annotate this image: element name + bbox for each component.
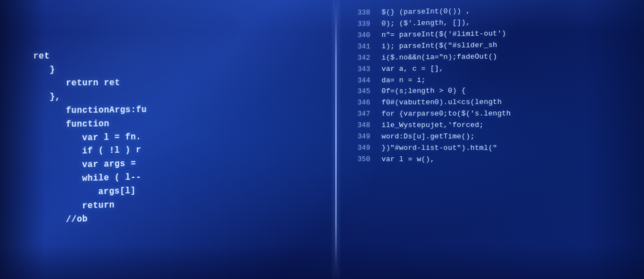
right-code-line: 349word:Ds[u].getTime(); — [357, 131, 644, 143]
line-number: 347 — [357, 109, 377, 120]
line-code-text: })"#word-list-out").html(" — [381, 143, 497, 155]
code-screen: ret}return ret},functionArgs:fufunctionv… — [0, 0, 644, 279]
line-code-text: ile_Wystepujet,'forced; — [381, 120, 484, 132]
line-code-text: for {varparse0;to($('s.length — [381, 108, 511, 120]
line-number: 339 — [357, 18, 377, 30]
line-number: 342 — [357, 52, 377, 64]
line-code-text: 0); ($'.length, []), — [381, 17, 470, 30]
line-code-text: 0f=(s;length > 0) { — [381, 86, 466, 98]
line-number: 341 — [357, 41, 377, 52]
left-code-panel: ret}return ret},functionArgs:fufunctionv… — [0, 0, 330, 279]
panel-divider — [335, 0, 337, 279]
right-code-panel: 338$(} (parseInt(0()) ,3390); ($'.length… — [347, 0, 644, 279]
left-code-line: } — [33, 62, 320, 77]
line-code-text: i); parseInt($("#slider_sh — [381, 40, 497, 52]
line-number: 338 — [357, 7, 377, 18]
line-number: 340 — [357, 30, 377, 41]
line-code-text: n"= parseInt($('#limit-out') — [381, 28, 506, 41]
line-code-text: i($.no&&n(ia="n);fadeOut() — [381, 51, 497, 64]
line-code-text: var l = w(), — [381, 154, 435, 166]
left-code-line: ret — [33, 50, 320, 64]
line-code-text: word:Ds[u].getTime(); — [381, 131, 475, 142]
line-code-text: $(} (parseInt(0()) , — [381, 6, 470, 18]
right-code-line: 3450f=(s;length > 0) { — [357, 85, 644, 98]
right-code-line: 348ile_Wystepujet,'forced; — [357, 119, 644, 131]
line-number: 349 — [357, 132, 377, 142]
right-code-line: 346f0#(vabutten0).ul<cs(length — [357, 96, 644, 109]
right-code-line: 349})"#word-list-out").html(" — [357, 143, 644, 155]
line-number: 349 — [357, 143, 377, 153]
line-number: 348 — [357, 120, 377, 131]
line-code-text: f0#(vabutten0).ul<cs(length — [381, 97, 502, 109]
line-number: 345 — [357, 86, 377, 98]
line-number: 350 — [357, 154, 377, 165]
right-code-line: 347for {varparse0;to($('s.length — [357, 108, 644, 120]
line-number: 344 — [357, 75, 377, 86]
line-code-text: da= n = i; — [381, 75, 426, 86]
line-code-text: var a, c = [], — [381, 63, 443, 75]
code-panel: ret}return ret},functionArgs:fufunctionv… — [0, 0, 644, 279]
right-code-line: 350var l = w(), — [357, 154, 644, 166]
line-number: 343 — [357, 64, 377, 75]
line-number: 346 — [357, 98, 377, 109]
